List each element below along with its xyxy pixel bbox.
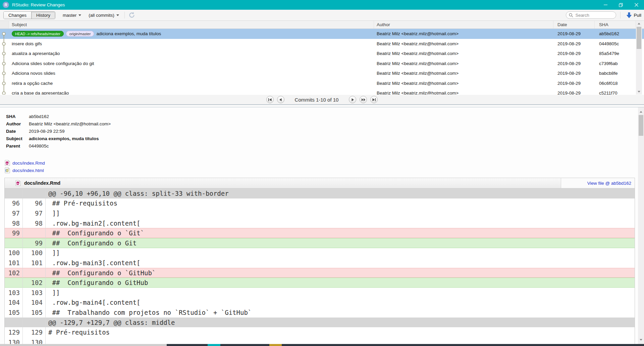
- diff-line-text: ]]: [46, 289, 60, 296]
- commit-filter-label: (all commits): [89, 13, 114, 18]
- commit-row[interactable]: HEAD -> refs/heads/masterorigin/masterad…: [0, 29, 644, 39]
- commit-table-scrollbar[interactable]: [636, 21, 642, 95]
- diff-line-text: ## Configurando o `Git`: [46, 229, 144, 237]
- commit-row[interactable]: atualiza a apresentaçãoBeatriz Milz <bea…: [0, 49, 644, 59]
- commit-subject: Adiciona slides sobre configuração do gi…: [12, 61, 94, 66]
- scroll-down-arrow[interactable]: [636, 89, 642, 94]
- ref-badge: HEAD -> refs/heads/master: [12, 31, 64, 37]
- tab-changes[interactable]: Changes: [4, 12, 31, 19]
- diff-line: 9797 ]]: [5, 208, 635, 218]
- html-file-icon: [5, 167, 10, 173]
- view-file-link[interactable]: View file @ ab5bd162: [587, 181, 631, 186]
- old-line-number: 98: [5, 218, 23, 228]
- search-box[interactable]: [566, 11, 616, 19]
- new-line-number: [23, 228, 46, 238]
- scroll-up-arrow[interactable]: [636, 21, 642, 26]
- detail-pane-scrollbar[interactable]: [638, 107, 644, 344]
- view-switcher: Changes History: [3, 11, 55, 19]
- diff-line-text: @@ -129,7 +129,7 @@ class: middle: [46, 319, 175, 326]
- commit-date: 2019-08-29: [553, 51, 595, 56]
- commit-author: Beatriz Milz <beatriz.milz@hotmail.com>: [374, 81, 553, 86]
- new-line-number: [23, 188, 46, 198]
- old-line-number: 105: [5, 307, 23, 318]
- refresh-button[interactable]: [128, 11, 136, 19]
- commit-row[interactable]: retira a opção cacheBeatriz Milz <beatri…: [0, 78, 644, 89]
- scroll-up-arrow[interactable]: [638, 109, 644, 114]
- branch-dropdown-label: master: [63, 13, 76, 18]
- first-page-button[interactable]: [266, 96, 274, 103]
- diff-viewer: Rmd docs/index.Rmd View file @ ab5bd162 …: [4, 178, 635, 344]
- last-page-button[interactable]: [370, 96, 378, 103]
- chevron-down-icon: [116, 14, 119, 16]
- commit-subject: Adiciona novos slides: [12, 71, 55, 76]
- file-link-text[interactable]: docs/index.Rmd: [12, 161, 45, 166]
- commit-subject: adiciona exemplos, muda títulos: [96, 31, 161, 36]
- scrollbar-thumb[interactable]: [637, 27, 641, 49]
- new-line-number: 98: [23, 218, 46, 228]
- previous-page-button[interactable]: [277, 96, 284, 103]
- changed-file-links: Rmddocs/index.Rmddocs/index.html: [5, 159, 45, 174]
- old-line-number: 130: [5, 337, 23, 344]
- new-line-number: 99: [23, 238, 46, 248]
- commit-author: Beatriz Milz <beatriz.milz@hotmail.com>: [374, 91, 553, 95]
- commit-row[interactable]: Adiciona novos slidesBeatriz Milz <beatr…: [0, 68, 644, 78]
- new-line-number: [23, 268, 46, 278]
- minimize-button[interactable]: [598, 0, 613, 10]
- next-page-button[interactable]: [349, 96, 356, 103]
- old-line-number: [5, 238, 23, 248]
- pagination-bar: Commits 1-10 of 10: [0, 95, 644, 105]
- commit-sha: 0449805c: [595, 41, 636, 46]
- diff-line: 102 ## Configurando o GitHub: [5, 278, 635, 288]
- old-line-number: 96: [5, 198, 23, 209]
- scrollbar-thumb[interactable]: [639, 115, 643, 136]
- commit-row[interactable]: Adiciona slides sobre configuração do gi…: [0, 59, 644, 69]
- old-line-number: 103: [5, 288, 23, 298]
- window-title: RStudio: Review Changes: [12, 2, 65, 7]
- commit-graph-node: [0, 59, 9, 69]
- close-button[interactable]: [629, 0, 644, 10]
- fast-forward-button[interactable]: [360, 96, 367, 103]
- commit-subject: insere dois gifs: [12, 41, 42, 46]
- commit-row[interactable]: cria a base da apresentaçãoBeatriz Milz …: [0, 88, 644, 95]
- commit-date: 2019-08-29: [553, 61, 595, 66]
- new-line-number: 96: [23, 198, 46, 209]
- new-line-number: 102: [23, 278, 46, 288]
- old-line-number: 100: [5, 248, 23, 258]
- tab-history[interactable]: History: [31, 12, 55, 19]
- taskbar-segment: [208, 344, 220, 346]
- detail-value: ab5bd162: [29, 113, 111, 120]
- toolbar: Changes History master (all commits): [0, 10, 644, 21]
- refresh-icon: [128, 12, 135, 18]
- diff-hunk-header: @@ -129,7 +129,7 @@ class: middle: [5, 318, 635, 328]
- commit-history-table: Subject Author Date SHA HEAD -> refs/hea…: [0, 21, 644, 95]
- file-link-text[interactable]: docs/index.html: [12, 168, 44, 173]
- commit-table-header: Subject Author Date SHA: [0, 21, 644, 29]
- old-line-number: [5, 188, 23, 198]
- diff-line: 102 ## Configurando o `GitHub`: [5, 268, 635, 278]
- diff-line-text: .row.bg-main2[.content[: [46, 220, 141, 227]
- branch-dropdown[interactable]: master: [63, 13, 81, 18]
- commit-filter-dropdown[interactable]: (all commits): [89, 13, 119, 18]
- search-input[interactable]: [575, 13, 612, 18]
- restore-button[interactable]: [613, 0, 629, 10]
- svg-text:Rmd: Rmd: [5, 162, 9, 164]
- diff-line-text: .row.bg-main4[.content[: [46, 299, 141, 306]
- new-line-number: 104: [23, 298, 46, 308]
- commit-graph-node: [0, 29, 9, 39]
- new-line-number: [23, 318, 46, 328]
- commit-sha: 85a5479e: [595, 51, 636, 56]
- diff-file-header: Rmd docs/index.Rmd View file @ ab5bd162: [5, 178, 635, 188]
- commit-date: 2019-08-29: [553, 91, 595, 95]
- commit-sha: ab5bd162: [595, 31, 636, 36]
- taskbar-edge: [0, 344, 644, 346]
- diff-line: 103103 ]]: [5, 288, 635, 298]
- pull-button[interactable]: Pull: [627, 12, 641, 18]
- old-line-number: 102: [5, 268, 23, 278]
- scroll-down-arrow[interactable]: [638, 337, 644, 342]
- diff-line: 104104 .row.bg-main4[.content[: [5, 298, 635, 308]
- commit-row[interactable]: insere dois gifsBeatriz Milz <beatriz.mi…: [0, 39, 644, 49]
- column-header-sha: SHA: [595, 21, 636, 28]
- commit-subject-cell: cria a base da apresentação: [9, 91, 374, 95]
- commit-date: 2019-08-29: [553, 31, 595, 36]
- pane-splitter[interactable]: [0, 105, 644, 107]
